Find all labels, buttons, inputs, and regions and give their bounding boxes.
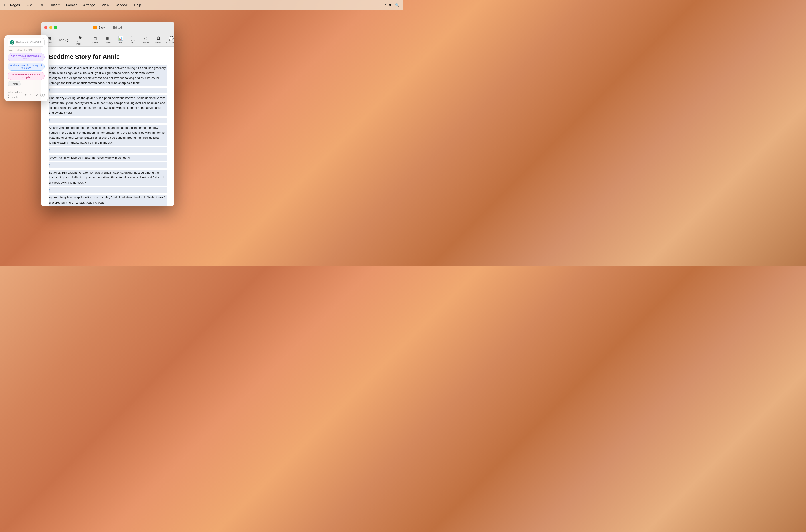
table-label: Table [105,41,111,44]
word-count: 585 words [7,96,24,98]
panel-footer: Include All Text ◇ 585 words ↩ ↪ ↺ + [7,89,45,98]
view-icon: ⊞ [48,36,51,41]
chatgpt-input[interactable]: Refine with ChatGPT [16,41,42,44]
toolbar-comment[interactable]: 💬 Comment [165,35,174,45]
more-button[interactable]: ⌄ More [7,81,21,86]
text-label: Text [131,41,135,44]
suggestion-photorealistic[interactable]: Add a photorealistic image of the story [7,62,45,71]
paragraph-8: ¶ [49,163,167,168]
insert-icon: ⊡ [93,36,97,41]
table-icon: ▦ [106,36,110,41]
paragraph-3: One breezy evening, as the golden sun di… [49,95,167,116]
add-page-label: Add Page [76,40,84,45]
toolbar: ⊞ View 125% ❯ ⊕ Add Page ⊡ Insert ▦ Tabl… [41,33,174,46]
toolbar-zoom[interactable]: 125% ❯ [56,37,72,43]
battery-icon [379,3,385,7]
toolbar-shape[interactable]: ⬡ Shape [140,35,152,45]
insert-label: Insert [92,41,98,44]
shape-label: Shape [143,41,149,44]
paragraph-4: ¶ [49,118,167,123]
toolbar-chart[interactable]: 📊 Chart [114,35,127,45]
menu-view[interactable]: View [100,3,110,7]
document-title-heading: Bedtime Story for Annie [49,53,167,60]
add-button[interactable]: + [40,93,45,97]
paragraph-6: ¶ [49,147,167,153]
menu-format[interactable]: Format [65,3,78,7]
paragraph-2: ¶ [49,88,167,93]
suggestion-impressionist[interactable]: Add a magical impressionist image [7,53,45,61]
paragraph-5: As she ventured deeper into the woods, s… [49,125,167,146]
toolbar-insert[interactable]: ⊡ Insert [89,35,101,45]
suggestion-backstory[interactable]: Include a backstory for the caterpillar [7,72,45,80]
paragraph-11: Approaching the caterpillar with a warm … [49,195,167,206]
add-page-icon: ⊕ [79,35,82,40]
traffic-lights [44,26,57,29]
shape-icon: ⬡ [144,36,148,41]
menu-edit[interactable]: Edit [37,3,46,7]
suggestions-list: Add a magical impressionist image Add a … [7,53,45,81]
zoom-value: 125% ❯ [58,38,69,41]
toolbar-table[interactable]: ▦ Table [102,35,114,45]
chatgpt-input-area[interactable]: Refine with ChatGPT [7,38,45,46]
paragraph-10: ¶ [49,187,167,193]
more-label: More [13,82,18,85]
chevron-down-icon: ⌄ [10,82,12,85]
paragraph-1: Once upon a time, in a quaint little vil… [49,65,167,86]
suggestions-label: Suggested by ChatGPT [7,49,45,52]
footer-info: Include All Text ◇ 585 words [7,91,24,98]
refresh-button[interactable]: ↺ [35,93,38,97]
comment-label: Comment [166,41,174,44]
footer-actions: ↩ ↪ ↺ + [24,93,45,97]
wifi-icon: ⌘ [388,3,392,7]
menu-pages[interactable]: Pages [9,3,21,7]
menu-insert[interactable]: Insert [50,3,61,7]
apple-logo-icon[interactable]:  [3,3,5,7]
redo-button[interactable]: ↪ [30,93,33,97]
document-icon [93,26,97,29]
close-button[interactable] [44,26,47,29]
toolbar-add-page[interactable]: ⊕ Add Page [74,34,87,46]
title-separator: — [108,26,111,29]
comment-icon: 💬 [169,36,174,41]
minimize-button[interactable] [49,26,52,29]
document-content[interactable]: Bedtime Story for Annie Once upon a time… [41,46,174,206]
maximize-button[interactable] [54,26,57,29]
chart-icon: 📊 [118,36,123,41]
chart-label: Chart [118,41,123,44]
menu-help[interactable]: Help [133,3,142,7]
edited-label: Edited [113,26,122,29]
text-box-icon: T [131,36,135,41]
media-label: Media [155,41,162,44]
toolbar-text[interactable]: T Text [127,35,139,45]
paragraph-9: But what truly caught her attention was … [49,170,167,186]
include-text[interactable]: Include All Text ◇ [7,91,24,96]
undo-button[interactable]: ↩ [24,93,28,97]
window-title: Story — Edited [93,26,122,29]
search-icon[interactable]: 🔍 [395,3,399,7]
window-titlebar: Story — Edited [41,22,174,33]
menu-bar-right: ⌘ 🔍 [379,3,399,7]
menu-file[interactable]: File [25,3,33,7]
chatgpt-logo-icon [10,40,15,44]
chatgpt-panel: Refine with ChatGPT Suggested by ChatGPT… [4,35,48,101]
menu-bar:  Pages File Edit Insert Format Arrange … [0,0,403,10]
menu-arrange[interactable]: Arrange [82,3,96,7]
toolbar-media[interactable]: 🖼 Media [152,35,165,45]
paragraph-7: "Wow," Annie whispered in awe, her eyes … [49,155,167,161]
document-title: Story [98,26,106,29]
include-text-label: Include All Text ◇ [7,91,24,96]
menu-window[interactable]: Window [114,3,129,7]
media-icon: 🖼 [156,36,161,41]
pages-window: Story — Edited ⊞ View 125% ❯ ⊕ Add Page … [41,22,174,206]
